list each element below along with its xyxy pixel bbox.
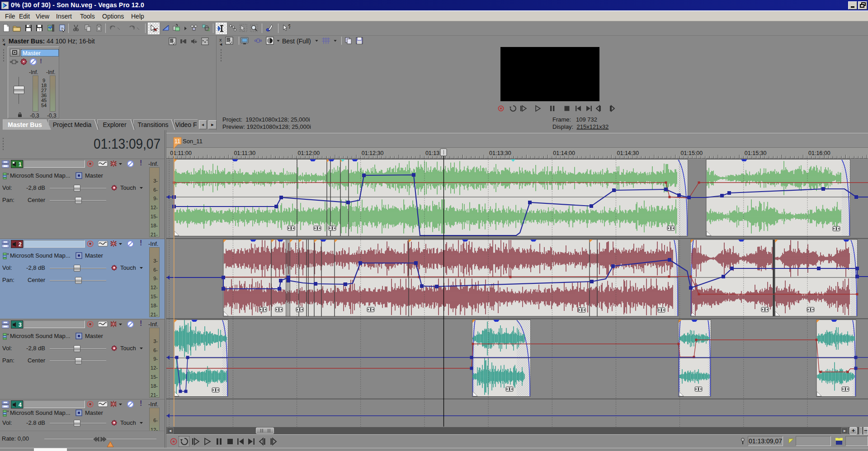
svg-text:01:12:00: 01:12:00 bbox=[298, 150, 320, 156]
svg-text:?: ? bbox=[288, 24, 290, 30]
svg-text:01:16:00: 01:16:00 bbox=[808, 150, 830, 156]
svg-text:01:15:00: 01:15:00 bbox=[681, 150, 703, 156]
svg-text:01:15:30: 01:15:30 bbox=[745, 150, 767, 156]
svg-text:01:13:30: 01:13:30 bbox=[489, 150, 511, 156]
svg-text:Son_11: Son_11 bbox=[183, 138, 203, 145]
svg-text:?: ? bbox=[38, 28, 41, 32]
svg-text:11: 11 bbox=[175, 138, 180, 145]
svg-text:01:12:30: 01:12:30 bbox=[362, 150, 384, 156]
svg-text:01:11:00: 01:11:00 bbox=[170, 150, 192, 156]
svg-text:01:13:: 01:13: bbox=[425, 150, 441, 156]
svg-text:01:11:30: 01:11:30 bbox=[234, 150, 255, 156]
svg-text:01:14:00: 01:14:00 bbox=[553, 150, 575, 156]
svg-text:01:14:30: 01:14:30 bbox=[617, 150, 639, 156]
